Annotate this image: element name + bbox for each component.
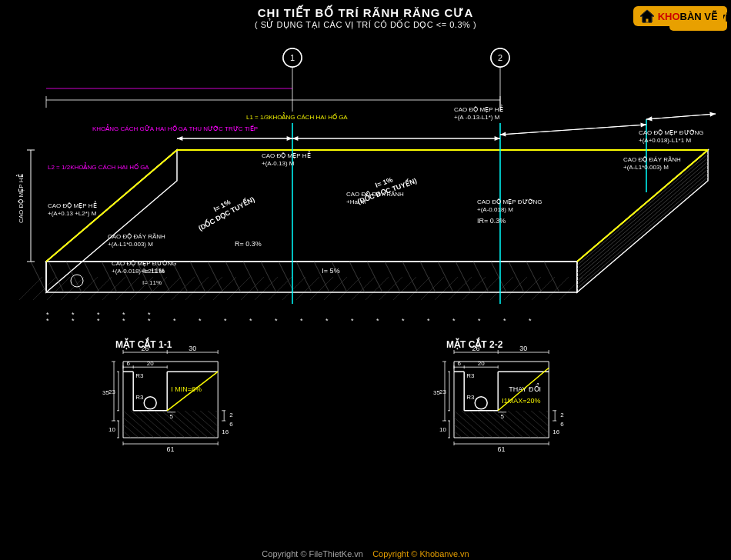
sub-title: ( SỬ DỤNG TẠI CÁC VỊ TRÍ CÓ DỐC DỌC <= 0… xyxy=(0,20,731,30)
title-area: CHI TIẾT BỐ TRÍ RÃNH RĂNG CƯA ( SỬ DỤNG … xyxy=(0,6,731,30)
logo: KHOBÀN VẼ xyxy=(633,6,723,26)
copyright-bar: Copyright © FileThietKe.vn Copyright © K… xyxy=(0,548,731,560)
bottom-drawing-canvas xyxy=(0,331,731,560)
main-drawing-canvas xyxy=(0,0,731,331)
logo-house-icon xyxy=(639,9,655,23)
logo-text: KHOBÀN VẼ xyxy=(658,11,717,22)
main-title: CHI TIẾT BỐ TRÍ RÃNH RĂNG CƯA xyxy=(0,6,731,20)
copyright-text: Copyright © Khobanve.vn xyxy=(372,549,469,558)
